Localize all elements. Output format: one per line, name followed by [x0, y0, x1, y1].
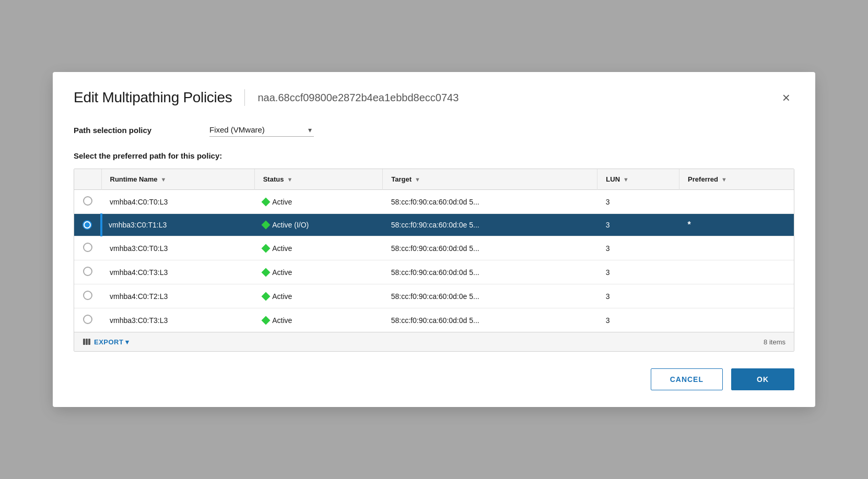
th-target[interactable]: Target ▼ — [383, 169, 597, 190]
status-diamond-icon — [262, 316, 271, 325]
lun-cell: 3 — [597, 190, 679, 214]
cancel-button[interactable]: CANCEL — [651, 368, 723, 390]
runtime-name-cell: vmhba3:C0:T0:L3 — [101, 236, 254, 260]
status-diamond-icon — [262, 292, 271, 301]
table-row[interactable]: vmhba3:C0:T0:L3Active58:cc:f0:90:ca:60:0… — [74, 236, 794, 260]
runtime-name-cell: vmhba3:C0:T1:L3 — [101, 214, 254, 236]
status-text: Active — [272, 268, 292, 277]
psp-row: Path selection policy Fixed (VMware) Rou… — [74, 123, 794, 137]
th-status[interactable]: Status ▼ — [254, 169, 383, 190]
target-cell: 58:cc:f0:90:ca:60:0d:0d 5... — [383, 308, 597, 332]
preferred-cell — [679, 308, 794, 332]
radio-button[interactable] — [83, 315, 92, 324]
radio-cell[interactable] — [74, 236, 101, 260]
modal-overlay: Edit Multipathing Policies naa.68ccf0980… — [0, 0, 868, 479]
status-diamond-icon — [262, 268, 271, 277]
psp-select[interactable]: Fixed (VMware) Round Robin Most Recently… — [209, 123, 314, 137]
lun-cell: 3 — [597, 214, 679, 236]
modal-header-divider — [244, 89, 245, 106]
table-row[interactable]: vmhba4:C0:T0:L3Active58:cc:f0:90:ca:60:0… — [74, 190, 794, 214]
th-lun[interactable]: LUN ▼ — [597, 169, 679, 190]
table-header-row: Runtime Name ▼ Status ▼ — [74, 169, 794, 190]
status-diamond-icon — [262, 244, 271, 253]
table-row[interactable]: vmhba4:C0:T3:L3Active58:cc:f0:90:ca:60:0… — [74, 260, 794, 284]
radio-cell[interactable] — [74, 190, 101, 214]
status-diamond-icon — [262, 197, 271, 206]
radio-button[interactable] — [83, 196, 92, 206]
psp-select-wrapper: Fixed (VMware) Round Robin Most Recently… — [209, 123, 314, 137]
export-chevron-icon: ▾ — [125, 338, 130, 346]
status-diamond-icon — [262, 221, 271, 230]
modal-header-left: Edit Multipathing Policies naa.68ccf0980… — [74, 89, 459, 106]
table-row[interactable]: vmhba3:C0:T1:L3Active (I/O)58:cc:f0:90:c… — [74, 214, 794, 236]
modal-header: Edit Multipathing Policies naa.68ccf0980… — [74, 89, 794, 106]
modal-footer: CANCEL OK — [74, 368, 794, 390]
table-row[interactable]: vmhba3:C0:T3:L3Active58:cc:f0:90:ca:60:0… — [74, 308, 794, 332]
svg-rect-0 — [83, 339, 85, 345]
status-text: Active — [272, 316, 292, 325]
svg-rect-2 — [88, 339, 90, 345]
lun-cell: 3 — [597, 260, 679, 284]
target-filter-icon[interactable]: ▼ — [415, 176, 420, 183]
paths-table: Runtime Name ▼ Status ▼ — [74, 169, 794, 332]
ok-button[interactable]: OK — [731, 368, 794, 390]
th-select — [74, 169, 101, 190]
preferred-cell — [679, 236, 794, 260]
radio-cell[interactable] — [74, 284, 101, 308]
preferred-filter-icon[interactable]: ▼ — [721, 176, 727, 183]
status-cell: Active — [254, 236, 383, 260]
modal-title: Edit Multipathing Policies — [74, 89, 232, 106]
preferred-cell: * — [679, 214, 794, 236]
close-button[interactable]: × — [778, 89, 794, 106]
table-footer: EXPORT ▾ 8 items — [74, 332, 794, 351]
status-cell: Active (I/O) — [254, 214, 383, 236]
lun-cell: 3 — [597, 236, 679, 260]
preferred-cell — [679, 190, 794, 214]
preferred-cell — [679, 284, 794, 308]
status-text: Active (I/O) — [272, 221, 309, 229]
runtime-name-filter-icon[interactable]: ▼ — [161, 176, 167, 183]
radio-cell[interactable] — [74, 260, 101, 284]
modal-subtitle: naa.68ccf09800e2872b4ea1ebbd8ecc0743 — [257, 92, 459, 104]
status-cell: Active — [254, 260, 383, 284]
status-filter-icon[interactable]: ▼ — [287, 176, 292, 183]
target-cell: 58:cc:f0:90:ca:60:0d:0d 5... — [383, 236, 597, 260]
radio-button[interactable] — [83, 243, 92, 252]
runtime-name-cell: vmhba4:C0:T0:L3 — [101, 190, 254, 214]
status-cell: Active — [254, 284, 383, 308]
radio-button[interactable] — [83, 267, 92, 276]
svg-rect-1 — [86, 339, 88, 345]
edit-multipathing-modal: Edit Multipathing Policies naa.68ccf0980… — [53, 72, 815, 407]
lun-filter-icon[interactable]: ▼ — [623, 176, 629, 183]
preferred-star: * — [688, 220, 691, 229]
target-cell: 58:cc:f0:90:ca:60:0d:0d 5... — [383, 190, 597, 214]
th-preferred[interactable]: Preferred ▼ — [679, 169, 794, 190]
table-body: vmhba4:C0:T0:L3Active58:cc:f0:90:ca:60:0… — [74, 190, 794, 332]
status-cell: Active — [254, 308, 383, 332]
radio-cell[interactable] — [74, 308, 101, 332]
runtime-name-cell: vmhba4:C0:T2:L3 — [101, 284, 254, 308]
table-row[interactable]: vmhba4:C0:T2:L3Active58:cc:f0:90:ca:60:0… — [74, 284, 794, 308]
radio-button[interactable] — [83, 220, 92, 230]
th-runtime-name[interactable]: Runtime Name ▼ — [101, 169, 254, 190]
target-cell: 58:cc:f0:90:ca:60:0d:0e 5... — [383, 214, 597, 236]
lun-cell: 3 — [597, 308, 679, 332]
status-text: Active — [272, 244, 292, 253]
target-cell: 58:cc:f0:90:ca:60:0d:0d 5... — [383, 260, 597, 284]
table-scroll[interactable]: Runtime Name ▼ Status ▼ — [74, 169, 794, 332]
runtime-name-cell: vmhba3:C0:T3:L3 — [101, 308, 254, 332]
export-button[interactable]: EXPORT ▾ — [94, 338, 130, 346]
status-text: Active — [272, 292, 292, 301]
preferred-cell — [679, 260, 794, 284]
status-text: Active — [272, 198, 292, 206]
runtime-name-cell: vmhba4:C0:T3:L3 — [101, 260, 254, 284]
psp-label: Path selection policy — [74, 126, 209, 135]
paths-table-container: Runtime Name ▼ Status ▼ — [74, 169, 794, 352]
radio-button[interactable] — [83, 291, 92, 300]
section-label: Select the preferred path for this polic… — [74, 151, 794, 160]
items-count: 8 items — [764, 338, 785, 346]
lun-cell: 3 — [597, 284, 679, 308]
status-cell: Active — [254, 190, 383, 214]
export-area: EXPORT ▾ — [83, 338, 130, 346]
radio-cell[interactable] — [74, 214, 101, 236]
